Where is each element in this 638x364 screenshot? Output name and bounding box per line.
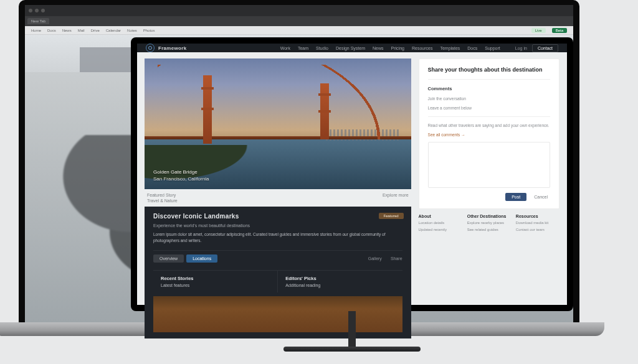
monitor-foot: [283, 347, 421, 352]
nav-item[interactable]: Studio: [316, 46, 328, 50]
window-dot: [41, 9, 45, 12]
primary-nav: Work Team Studio Design System News Pric…: [280, 46, 500, 50]
nav-item[interactable]: News: [373, 46, 384, 50]
info-text: Download media kit: [516, 220, 559, 225]
nav-item[interactable]: Work: [280, 46, 290, 50]
bookmark[interactable]: News: [62, 29, 72, 32]
bookmark[interactable]: Calendar: [106, 29, 121, 32]
see-all-link[interactable]: See all comments →: [428, 133, 550, 137]
hero-image: Golden Gate Bridge San Francisco, Califo…: [145, 58, 411, 189]
nav-item[interactable]: Resources: [412, 46, 432, 50]
front-monitor: Framework Work Team Studio Design System…: [131, 37, 573, 311]
contact-button[interactable]: Contact: [532, 44, 558, 52]
tab-locations[interactable]: Locations: [186, 254, 217, 263]
nav-item[interactable]: Support: [485, 46, 500, 50]
panel-section: Comments: [428, 86, 550, 91]
card-image-block: [153, 296, 402, 332]
site-header: Framework Work Team Studio Design System…: [137, 44, 567, 52]
content: Golden Gate Bridge San Francisco, Califo…: [137, 52, 567, 345]
monitor-screen: Framework Work Team Studio Design System…: [137, 44, 567, 305]
col-text: Latest features: [161, 283, 189, 287]
info-col: Resources Download media kit Contact our…: [516, 214, 559, 233]
card-body: Lorem ipsum dolor sit amet, consectetur …: [153, 231, 402, 244]
hero-meta: Featured Story Travel & Nature Explore m…: [145, 189, 411, 203]
bookmark[interactable]: Docs: [47, 29, 56, 32]
nav-item[interactable]: Templates: [440, 46, 460, 50]
panel-actions: Post Cancel: [428, 193, 550, 201]
feature-card: Featured Discover Iconic Landmarks Exper…: [145, 207, 411, 338]
bookmark-bar: Home Docs News Mail Drive Calendar Notes…: [25, 26, 573, 35]
brand[interactable]: Framework: [146, 44, 186, 52]
featured-chip: Featured: [379, 213, 404, 219]
meta-label: Travel & Nature: [147, 198, 178, 203]
tab-link[interactable]: Share: [391, 256, 402, 261]
bookmark[interactable]: Notes: [127, 29, 137, 32]
nav-item[interactable]: Docs: [467, 46, 477, 50]
card-col: Editors' Picks Additional reading: [277, 270, 402, 292]
header-actions: Log in Contact: [515, 44, 558, 52]
tab-overview[interactable]: Overview: [153, 254, 184, 263]
status-pill: Beta: [552, 28, 567, 33]
hero-subtitle: San Francisco, California: [153, 176, 209, 183]
brand-name: Framework: [158, 45, 186, 51]
nav-item[interactable]: Design System: [336, 46, 365, 50]
login-link[interactable]: Log in: [515, 46, 527, 50]
status-pill: Live: [531, 28, 546, 33]
info-col: About Location details Updated recently: [419, 214, 462, 233]
comment-field[interactable]: [428, 142, 550, 188]
comments-panel: Share your thoughts about this destinati…: [419, 58, 559, 209]
panel-title: Share your thoughts about this destinati…: [428, 67, 550, 73]
bookmark[interactable]: Photos: [143, 29, 155, 32]
window-dot: [29, 9, 32, 12]
col-title: Recent Stories: [161, 276, 270, 281]
tab-link[interactable]: Gallery: [368, 256, 382, 261]
info-text: Updated recently: [419, 227, 462, 232]
info-col: Other Destinations Explore nearby places…: [467, 214, 511, 233]
side-column: Share your thoughts about this destinati…: [419, 58, 559, 338]
nav-item[interactable]: Team: [298, 46, 308, 50]
browser-tabs: New Tab: [25, 16, 573, 26]
main-column: Golden Gate Bridge San Francisco, Califo…: [145, 58, 411, 338]
info-heading: Resources: [516, 214, 559, 218]
panel-body: Read what other travelers are saying and…: [428, 123, 550, 128]
card-title: Discover Iconic Landmarks: [153, 213, 402, 220]
info-text: Location details: [419, 220, 462, 225]
info-text: Contact our team: [516, 227, 559, 232]
bookmark[interactable]: Mail: [78, 29, 85, 32]
window-dot: [35, 9, 39, 12]
col-title: Editors' Picks: [285, 276, 394, 281]
monitor-stand: [348, 311, 356, 348]
info-heading: About: [419, 214, 462, 218]
browser-titlebar: [25, 5, 573, 16]
info-row: About Location details Updated recently …: [419, 214, 559, 233]
info-text: Explore nearby places: [467, 220, 511, 225]
card-col: Recent Stories Latest features: [153, 270, 277, 292]
hero-title: Golden Gate Bridge: [153, 169, 209, 176]
meta-label: Featured Story: [147, 193, 178, 197]
panel-muted: Leave a comment below: [428, 106, 550, 110]
browser-tab[interactable]: New Tab: [27, 18, 49, 24]
explore-link[interactable]: Explore more: [383, 193, 409, 197]
card-tabs: Overview Locations Gallery Share: [153, 250, 402, 263]
col-text: Additional reading: [285, 283, 320, 287]
globe-icon: [146, 44, 155, 52]
bookmark[interactable]: Drive: [91, 29, 100, 32]
bookmark[interactable]: Home: [31, 29, 41, 32]
info-text: See related guides: [467, 227, 511, 232]
card-columns: Recent Stories Latest features Editors' …: [153, 270, 402, 292]
hero-caption: Golden Gate Bridge San Francisco, Califo…: [153, 169, 209, 183]
info-heading: Other Destinations: [467, 214, 511, 218]
card-subtitle: Experience the world's most beautiful de…: [153, 223, 402, 228]
cancel-button[interactable]: Cancel: [531, 193, 550, 201]
post-button[interactable]: Post: [505, 193, 526, 201]
panel-muted: Join the conversation: [428, 96, 550, 101]
nav-item[interactable]: Pricing: [391, 46, 404, 50]
